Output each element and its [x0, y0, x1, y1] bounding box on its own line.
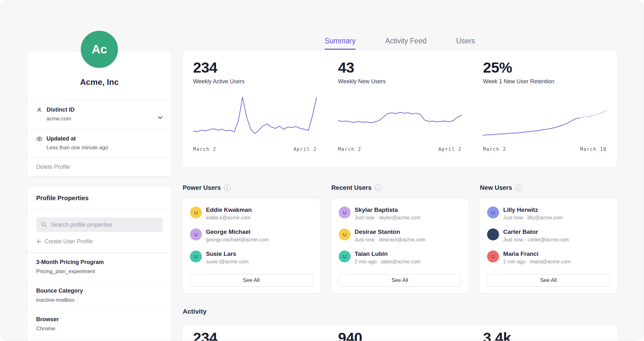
stat-label: Weekly New Users [338, 78, 472, 85]
see-all-button[interactable]: See All [487, 274, 610, 287]
main-content: Summary Activity Feed Users 234 Weekly A… [182, 0, 618, 341]
search-icon [41, 222, 47, 228]
avatar [487, 250, 499, 262]
tab-activity-feed-label: Activity Feed [385, 37, 427, 45]
property-row[interactable]: Browser Chrome [27, 310, 171, 338]
list-item[interactable]: Maria Franci 2 min ago · maria@acme.com [487, 250, 610, 265]
list-item[interactable]: Carter Bator Just now · carter@acme.com [487, 228, 610, 243]
distinct-id-row[interactable]: Distinct ID acme.com [27, 100, 171, 129]
avatar [190, 206, 202, 218]
profile-page: Ac Acme, Inc Distinct ID acme.com [0, 0, 644, 341]
user-name: Talan Lubin [355, 250, 420, 257]
x-axis-start: March 2 [483, 146, 506, 152]
activity-stat: 940 [338, 329, 472, 341]
user-name: Carter Bator [503, 228, 569, 235]
info-icon[interactable]: i [515, 184, 522, 191]
info-icon[interactable]: i [224, 184, 230, 191]
property-value: inactive-mailbox [36, 297, 163, 303]
see-all-button[interactable]: See All [190, 274, 313, 287]
user-meta: george.michael@acme.com [206, 237, 269, 243]
user-meta: Just now · skyler@acme.com [355, 215, 420, 221]
power-users-header: Power Users i [183, 184, 320, 191]
updated-at-label-row: Updated at [27, 129, 171, 142]
stat-value: 234 [193, 59, 327, 76]
x-axis: March 2 March 10 [483, 146, 607, 152]
company-avatar: Ac [79, 29, 120, 70]
new-users-header: New Users i [480, 184, 618, 191]
avatar [190, 228, 202, 240]
profile-sidebar: Ac Acme, Inc Distinct ID acme.com [27, 0, 172, 341]
user-name: Desirae Stanton [355, 228, 425, 235]
create-user-profile-label: Create User Profile [45, 238, 93, 245]
eye-icon [36, 136, 42, 142]
avatar [339, 206, 351, 218]
activity-stat: 3.4k [483, 329, 617, 341]
person-icon [36, 107, 42, 113]
avatar [487, 228, 499, 240]
user-meta: eddie.k@acme.com [206, 215, 252, 221]
x-axis-end: April 2 [293, 146, 317, 152]
x-axis-start: March 2 [338, 146, 361, 152]
x-axis: March 2 April 2 [193, 146, 317, 152]
tab-activity-feed[interactable]: Activity Feed [385, 37, 427, 50]
create-user-profile-button[interactable]: Create User Profile [36, 238, 163, 245]
chevron-down-icon[interactable] [158, 116, 163, 119]
see-all-button[interactable]: See All [339, 274, 461, 287]
distinct-id-value: acme.com [27, 113, 171, 129]
list-item[interactable]: Susie Lars susie.l@acme.com [190, 250, 313, 265]
tab-summary-label: Summary [325, 37, 355, 45]
user-lists: Power Users i Eddie Kwakman eddie.k@acme… [182, 184, 618, 294]
property-row[interactable]: Bounce Category inactive-mailbox [27, 281, 171, 310]
list-item[interactable]: Eddie Kwakman eddie.k@acme.com [190, 206, 313, 221]
recent-users-section: Recent Users i Skylar Baptista Just now … [331, 184, 469, 294]
user-meta: 2 min ago · talan@acme.com [355, 259, 420, 265]
updated-at-row: Updated at Less than one minute ago [27, 129, 171, 157]
user-name: Lilly Herwitz [503, 206, 563, 213]
search-profile-properties-input[interactable] [36, 217, 163, 232]
stat-weekly-active-users: 234 Weekly Active Users March 2 April 2 [182, 51, 327, 168]
delete-profile-button[interactable]: Delete Profile [27, 157, 171, 176]
power-users-section: Power Users i Eddie Kwakman eddie.k@acme… [182, 184, 320, 294]
user-name: Eddie Kwakman [206, 206, 252, 213]
property-row[interactable]: 3-Month Pricing Program Pricing_plan_exp… [27, 253, 171, 281]
property-value: Pricing_plan_experiment [36, 268, 163, 275]
new-users-section: New Users i Lilly Herwitz Just now · lil… [479, 184, 618, 294]
profile-tabs: Summary Activity Feed Users [182, 37, 618, 50]
info-icon[interactable]: i [375, 184, 381, 191]
new-users-card: Lilly Herwitz Just now · lilly@acme.com … [479, 198, 618, 294]
stat-value: 43 [338, 59, 472, 76]
profile-properties-search [36, 217, 163, 232]
list-item[interactable]: George Michael george.michael@acme.com [190, 228, 313, 243]
company-avatar-initials: Ac [92, 43, 107, 56]
power-users-card: Eddie Kwakman eddie.k@acme.com George Mi… [182, 198, 320, 294]
list-item[interactable]: Skylar Baptista Just now · skyler@acme.c… [339, 206, 461, 221]
x-axis: March 2 April 2 [338, 146, 462, 152]
divider [27, 210, 171, 210]
user-meta: 2 min ago · maria@acme.com [503, 259, 571, 265]
stat-label: Weekly Active Users [193, 78, 327, 85]
tab-users[interactable]: Users [456, 37, 475, 50]
weekly-new-users-sparkline [338, 95, 462, 142]
updated-at-value: Less than one minute ago [27, 142, 171, 157]
list-item[interactable]: Talan Lubin 2 min ago · talan@acme.com [339, 250, 461, 265]
stat-week1-retention: 25% Week 1 New User Retention March 2 Ma… [472, 51, 617, 168]
updated-at-label: Updated at [47, 135, 76, 142]
user-meta: Just now · desirare@acme.com [355, 237, 425, 243]
user-name: Maria Franci [503, 250, 571, 257]
x-axis-start: March 2 [193, 146, 216, 152]
tab-summary[interactable]: Summary [325, 37, 355, 50]
profile-properties-card: Profile Properties Create User Profile 3… [27, 186, 172, 341]
retention-sparkline [483, 95, 607, 142]
stat-weekly-new-users: 43 Weekly New Users March 2 April 2 [327, 51, 472, 168]
list-title: Power Users [183, 184, 221, 191]
list-item[interactable]: Lilly Herwitz Just now · lilly@acme.com [487, 206, 610, 221]
property-value: Chrome [36, 326, 163, 332]
user-name: Susie Lars [206, 250, 248, 257]
avatar [190, 250, 202, 262]
weekly-active-users-sparkline [193, 95, 317, 142]
user-name: Skylar Baptista [355, 206, 420, 213]
list-item[interactable]: Desirae Stanton Just now · desirare@acme… [339, 228, 461, 243]
distinct-id-label-row: Distinct ID [27, 100, 171, 113]
tab-active-underline [325, 49, 355, 50]
profile-properties-title: Profile Properties [27, 187, 171, 210]
